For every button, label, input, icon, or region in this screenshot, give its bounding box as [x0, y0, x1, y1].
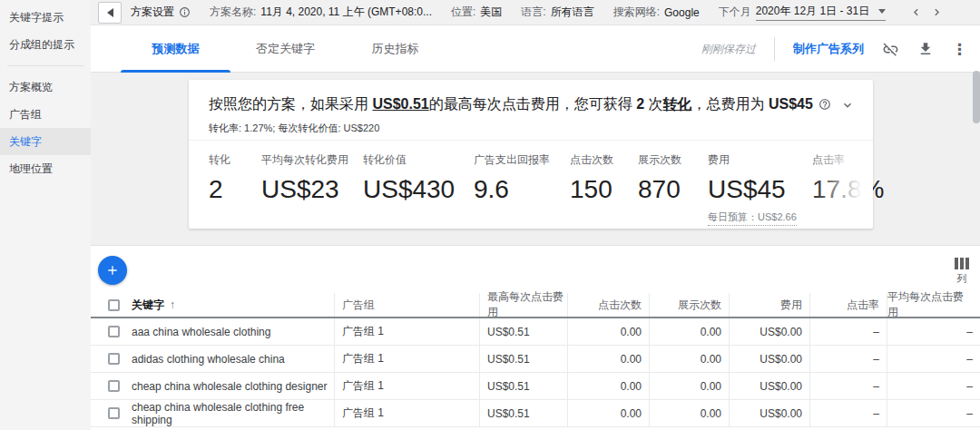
- header-max-cpc[interactable]: 最高每次点击费用: [479, 293, 567, 317]
- row-checkbox[interactable]: [108, 326, 120, 337]
- cell-clicks: 0.00: [567, 400, 649, 426]
- select-all-checkbox[interactable]: [108, 299, 120, 311]
- cell-avg-cpc: –: [887, 318, 980, 345]
- next-period-button[interactable]: [930, 5, 944, 19]
- network-value[interactable]: Google: [664, 6, 700, 19]
- headline-conversion-count: 2: [636, 96, 644, 112]
- metric-label: 费用: [708, 152, 797, 168]
- previous-period-button[interactable]: [909, 5, 923, 19]
- metric-value: 2: [209, 175, 230, 204]
- network-field: 搜索网络: Google: [613, 5, 700, 20]
- columns-button[interactable]: 列: [955, 258, 969, 286]
- metric-label: 转化: [209, 152, 230, 168]
- vertical-scrollbar-thumb[interactable]: [973, 71, 980, 123]
- period-label: 下个月: [719, 5, 751, 20]
- cell-max-cpc: US$0.51: [479, 400, 567, 426]
- metric-value: 870: [638, 175, 681, 204]
- table-row: cheap china wholesale clothing free ship…: [91, 400, 980, 427]
- headline-total-cost: US$45: [769, 96, 813, 112]
- headline-text: 按照您的方案，如果采用: [209, 96, 372, 112]
- cell-keyword: adidas clothing wholesale china: [91, 346, 334, 372]
- metric-ctr: 点击率 17.8%: [812, 152, 884, 204]
- card-divider: [189, 140, 873, 141]
- plan-name-field: 方案名称: 11月 4, 2020, 11 上午 (GMT+08:0...: [210, 5, 432, 20]
- plan-settings-button[interactable]: 方案设置: [131, 5, 191, 20]
- header-ad-group[interactable]: 广告组: [334, 293, 479, 317]
- row-checkbox[interactable]: [108, 380, 120, 392]
- table-row: cheap china wholesale clothing designer …: [91, 373, 980, 400]
- header-label: 费用: [780, 298, 802, 313]
- unlink-button[interactable]: [882, 41, 899, 58]
- sidebar-item-keyword-ideas[interactable]: 关键字提示: [0, 4, 91, 31]
- cell-ad-group: 广告组 1: [334, 400, 479, 426]
- cell-max-cpc: US$0.51: [479, 373, 567, 399]
- date-range-value: 2020年 12月 1日 - 31日: [756, 4, 869, 19]
- download-button[interactable]: [917, 41, 934, 57]
- language-value[interactable]: 所有语言: [551, 5, 594, 20]
- header-avg-cpc[interactable]: 平均每次点击费用: [887, 293, 980, 317]
- header-cost[interactable]: 费用: [729, 293, 809, 317]
- cell-ctr: –: [809, 346, 887, 372]
- back-arrow-icon: [107, 8, 113, 17]
- location-field: 位置: 美国: [451, 5, 502, 20]
- cell-ad-group: 广告组 1: [334, 346, 479, 372]
- table-toolbar: 列: [91, 246, 980, 293]
- daily-budget-link[interactable]: 每日预算：US$2.66: [708, 210, 797, 226]
- add-keyword-button[interactable]: [98, 256, 127, 285]
- more-options-button[interactable]: ⋮: [952, 42, 967, 57]
- saved-status: 刚刚保存过: [701, 42, 756, 57]
- metric-value: US$45: [708, 175, 797, 204]
- dropdown-arrow-icon: [878, 9, 886, 14]
- sidebar-item-keywords[interactable]: 关键字: [0, 128, 91, 155]
- headline-text: ，总费用为: [692, 96, 769, 112]
- keyword-text: aaa china wholesale clothing: [132, 326, 270, 338]
- keyword-text: adidas clothing wholesale china: [132, 353, 285, 366]
- cell-max-cpc: US$0.51: [479, 346, 567, 372]
- tab-historical-metrics[interactable]: 历史指标: [340, 25, 450, 73]
- sort-ascending-icon: ↑: [170, 298, 175, 311]
- help-icon[interactable]: [818, 98, 831, 111]
- header-label: 广告组: [342, 298, 375, 313]
- cell-ad-group: 广告组 1: [334, 373, 479, 399]
- sidebar-item-locations[interactable]: 地理位置: [0, 155, 91, 182]
- columns-icon: [955, 258, 969, 269]
- headline-max-cpc: US$0.51: [372, 96, 428, 112]
- keyword-planner-app: 关键字提示 分成组的提示 方案概览 广告组 关键字 地理位置 方案设置 方案名称…: [0, 0, 980, 430]
- create-campaign-button[interactable]: 制作广告系列: [793, 41, 864, 57]
- cell-keyword: cheap china wholesale clothing free ship…: [91, 400, 334, 426]
- chevron-down-icon: [840, 98, 855, 112]
- cell-keyword: aaa china wholesale clothing: [91, 318, 334, 345]
- collapse-card-button[interactable]: [840, 98, 855, 112]
- cell-keyword: cheap china wholesale clothing designer: [91, 373, 334, 399]
- header-ctr[interactable]: 点击率: [809, 293, 887, 317]
- location-value[interactable]: 美国: [480, 5, 502, 20]
- tab-bar: 预测数据 否定关键字 历史指标 刚刚保存过 制作广告系列 ⋮: [91, 25, 980, 73]
- header-label: 最高每次点击费用: [487, 289, 567, 320]
- back-button[interactable]: [98, 2, 122, 24]
- header-label: 展示次数: [678, 298, 721, 313]
- plan-name-value[interactable]: 11月 4, 2020, 11 上午 (GMT+08:0...: [260, 5, 432, 20]
- cell-cost: US$0.00: [729, 373, 809, 399]
- sidebar-item-grouped-ideas[interactable]: 分成组的提示: [0, 31, 91, 58]
- sidebar-item-ad-groups[interactable]: 广告组: [0, 101, 91, 128]
- tab-negative-keywords[interactable]: 否定关键字: [230, 25, 340, 73]
- cell-ctr: –: [809, 373, 887, 399]
- network-label: 搜索网络:: [613, 5, 660, 20]
- cell-clicks: 0.00: [567, 346, 649, 372]
- metric-label: 平均每次转化费用: [261, 152, 348, 168]
- cell-impressions: 0.00: [649, 346, 729, 372]
- forecast-summary-card: 按照您的方案，如果采用 US$0.51的最高每次点击费用，您可获得 2 次转化，…: [189, 80, 873, 229]
- cell-cost: US$0.00: [729, 318, 809, 345]
- date-range-dropdown[interactable]: 2020年 12月 1日 - 31日: [756, 4, 886, 21]
- tab-forecasts[interactable]: 预测数据: [121, 25, 230, 73]
- row-checkbox[interactable]: [108, 353, 120, 365]
- header-clicks[interactable]: 点击次数: [567, 293, 649, 317]
- metric-impressions: 展示次数 870: [638, 152, 681, 204]
- sidebar-item-plan-overview[interactable]: 方案概览: [0, 73, 91, 101]
- row-checkbox[interactable]: [108, 407, 120, 419]
- metric-avg-cost-per-conversion: 平均每次转化费用 US$23: [261, 152, 348, 204]
- header-impressions[interactable]: 展示次数: [649, 293, 729, 317]
- header-label: 平均每次点击费用: [887, 289, 973, 320]
- header-keyword[interactable]: 关键字 ↑: [91, 293, 334, 317]
- headline-text: 次: [644, 96, 662, 112]
